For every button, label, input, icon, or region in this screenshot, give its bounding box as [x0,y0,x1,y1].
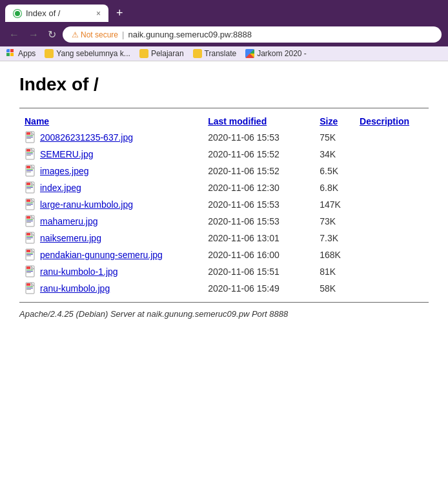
table-row: SEMERU.jpg 2020-11-06 15:5234K [19,146,429,163]
table-row: ranu-kumbolo-1.jpg 2020-11-06 15:5181K [19,263,429,280]
file-link[interactable]: large-ranu-kumbolo.jpg [40,199,133,210]
file-link[interactable]: pendakian-gunung-semeru.jpg [40,250,163,260]
svg-rect-28 [26,172,31,172]
table-row: pendakian-gunung-semeru.jpg 2020-11-06 1… [19,246,429,263]
file-modified-cell: 2020-11-06 15:49 [203,280,314,297]
svg-rect-51 [26,237,33,238]
file-size-cell: 34K [314,146,354,163]
back-button[interactable]: ← [6,28,22,42]
tab-favicon [13,9,22,18]
footer-text: Apache/2.4.25 (Debian) Server at naik.gu… [19,309,429,319]
not-secure-label: Not secure [81,30,118,39]
svg-rect-22 [26,155,31,156]
bookmark-apps[interactable]: Apps [6,49,36,58]
file-description-cell [354,263,429,280]
svg-rect-49 [26,233,30,236]
col-size: Size [314,114,354,129]
file-modified-cell: 2020-11-06 16:00 [203,246,314,263]
svg-rect-13 [26,132,30,135]
col-name-link[interactable]: Name [25,116,49,126]
file-name-cell: pendakian-gunung-semeru.jpg [19,246,203,263]
bookmark-jarkom[interactable]: Jarkom 2020 - [245,49,307,58]
file-modified-cell: 2020-11-06 15:52 [203,146,314,163]
svg-rect-6 [193,49,202,58]
file-link[interactable]: mahameru.jpg [40,216,98,226]
svg-rect-4 [45,49,54,58]
tab-close-button[interactable]: × [96,9,101,18]
col-description: Description [354,114,429,129]
file-icon [25,148,37,161]
bookmark-translate[interactable]: Translate [193,49,237,58]
table-row: naiksemeru.jpg 2020-11-06 13:017.3K [19,230,429,246]
file-icon [25,131,37,144]
file-name-cell: ranu-kumbolo.jpg [19,280,203,297]
svg-rect-50 [26,236,33,237]
svg-rect-0 [6,49,10,52]
file-name-cell: index.jpeg [19,179,203,196]
table-header-row: Name Last modified Size Description [19,114,429,129]
file-link[interactable]: index.jpeg [40,183,81,193]
file-description-cell [354,163,429,179]
file-icon [25,215,37,228]
svg-rect-58 [26,256,31,256]
svg-rect-3 [10,53,14,56]
svg-rect-33 [26,187,33,188]
file-link[interactable]: ranu-kumbolo.jpg [40,283,110,294]
svg-rect-19 [26,149,30,152]
svg-rect-43 [26,216,30,219]
svg-rect-69 [26,288,33,288]
file-icon [25,248,37,261]
active-tab[interactable]: Index of / × [5,5,108,22]
svg-rect-64 [26,272,31,273]
new-tab-button[interactable]: + [111,4,128,23]
col-size-link[interactable]: Size [320,116,338,126]
bookmark-jarkom-label: Jarkom 2020 - [257,49,307,58]
table-row: ranu-kumbolo.jpg 2020-11-06 15:4958K [19,280,429,297]
file-name-cell: naiksemeru.jpg [19,230,203,246]
file-icon [25,265,37,278]
file-link[interactable]: images.jpeg [40,166,89,176]
top-divider [19,108,429,108]
svg-rect-20 [26,152,33,153]
svg-rect-26 [26,169,33,170]
file-modified-cell: 2020-11-06 12:30 [203,179,314,196]
svg-rect-2 [6,53,10,56]
file-name-cell: SEMERU.jpg [19,146,203,163]
file-modified-cell: 2020-11-06 15:53 [203,196,314,213]
file-listing-table: Name Last modified Size Description [19,114,429,297]
file-description-cell [354,196,429,213]
file-size-cell: 147K [314,196,354,213]
not-secure-indicator: ⚠ Not secure [72,30,118,39]
col-name: Name [19,114,203,129]
svg-rect-52 [26,239,31,239]
svg-rect-32 [26,186,33,186]
file-name-cell: 200826231235-637.jpg [19,129,203,146]
file-name-cell: ranu-kumbolo-1.jpg [19,263,203,280]
forward-button[interactable]: → [26,28,41,42]
file-link[interactable]: naiksemeru.jpg [40,233,101,243]
file-modified-cell: 2020-11-06 15:52 [203,163,314,179]
refresh-button[interactable]: ↻ [45,27,59,42]
bookmark-translate-label: Translate [205,49,237,58]
file-modified-cell: 2020-11-06 15:51 [203,263,314,280]
file-description-cell [354,179,429,196]
file-modified-cell: 2020-11-06 15:53 [203,213,314,230]
tab-title: Index of / [26,8,60,18]
file-link[interactable]: SEMERU.jpg [40,149,93,159]
file-link[interactable]: ranu-kumbolo-1.jpg [40,266,118,277]
file-size-cell: 81K [314,263,354,280]
file-link[interactable]: 200826231235-637.jpg [40,132,133,143]
file-modified-cell: 2020-11-06 13:01 [203,230,314,246]
svg-rect-14 [26,136,33,136]
svg-rect-5 [139,49,148,58]
bookmark-pelajaran[interactable]: Pelajaran [139,49,184,58]
col-description-link[interactable]: Description [360,116,409,126]
svg-rect-37 [26,199,30,202]
file-name-cell: large-ranu-kumbolo.jpg [19,196,203,213]
address-bar[interactable]: ⚠ Not secure | naik.gunung.semeruc09.pw:… [63,26,442,43]
bookmark-yang[interactable]: Yang sebelumnya k... [45,49,130,58]
col-last-modified: Last modified [203,114,314,129]
file-description-cell [354,213,429,230]
col-last-modified-link[interactable]: Last modified [208,116,267,126]
tab-bar: Index of / × + [0,0,448,23]
